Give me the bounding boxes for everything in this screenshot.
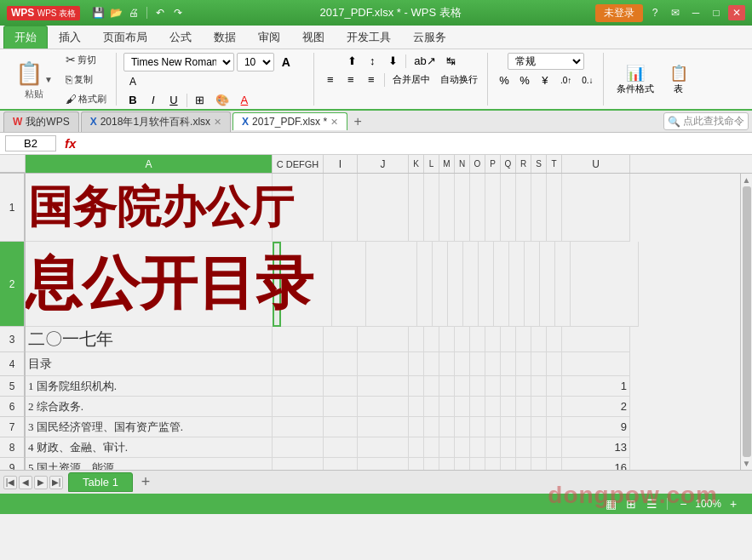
col-header-Q[interactable]: Q [501,155,516,173]
align-top-button[interactable]: ⬆ [342,53,361,69]
cell-P8[interactable] [485,437,501,458]
cell-O7[interactable] [470,417,485,437]
sheet-next-button[interactable]: ▶ [34,476,48,489]
cell-O1[interactable] [470,174,485,242]
command-search[interactable]: 🔍 点此查找命令 [663,112,749,130]
col-header-U[interactable]: U [562,155,630,173]
help-button[interactable]: ? [646,5,663,20]
font-color-button[interactable]: A [235,92,254,108]
font-size-selector[interactable]: 10 [237,53,274,71]
cell-O5[interactable] [470,376,485,397]
cell-J2[interactable] [366,242,417,327]
cell-P7[interactable] [485,417,501,437]
cell-C1[interactable] [273,174,324,242]
cell-J8[interactable] [358,437,409,458]
cell-L7[interactable] [424,417,439,437]
file-tab-jan-close[interactable]: ✕ [214,117,221,128]
cell-U2[interactable] [571,242,639,327]
table-style-button[interactable]: 📋 表 [663,60,694,100]
cell-T8[interactable] [547,437,562,458]
cell-P5[interactable] [485,376,501,397]
cell-C5[interactable] [273,376,324,397]
cell-M8[interactable] [439,437,455,458]
cell-L6[interactable] [424,397,439,417]
cell-L8[interactable] [424,437,439,458]
tab-data[interactable]: 数据 [203,26,247,49]
cell-O3[interactable] [470,327,485,352]
cell-L4[interactable] [424,352,439,376]
percent-button[interactable]: % [495,72,514,89]
cell-M7[interactable] [439,417,455,437]
cell-K1[interactable] [409,174,424,242]
tab-home[interactable]: 开始 [3,26,48,49]
cell-M2[interactable] [448,242,463,327]
row-header-5[interactable]: 5 [0,376,25,397]
cell-N8[interactable] [455,437,470,458]
align-middle-button[interactable]: ↕ [363,53,382,69]
row-header-6[interactable]: 6 [0,397,25,417]
cell-O9[interactable] [470,458,485,470]
cell-T6[interactable] [547,397,562,417]
cell-R6[interactable] [516,397,531,417]
comma-button[interactable]: % [515,72,534,89]
row-header-3[interactable]: 3 [0,327,25,352]
col-header-P[interactable]: P [485,155,501,173]
cell-M9[interactable] [439,458,455,470]
col-header-N[interactable]: N [455,155,470,173]
cell-R7[interactable] [516,417,531,437]
border-button[interactable]: ⊞ [191,92,210,108]
cell-I5[interactable] [324,376,358,397]
sheet-first-button[interactable]: |◀ [3,476,17,489]
format-brush-button[interactable]: 🖌 格式刷 [61,90,111,108]
feedback-button[interactable]: ✉ [667,5,684,20]
cell-L1[interactable] [424,174,439,242]
indent-button[interactable]: ↹ [442,53,461,69]
cell-reference-box[interactable] [5,135,56,151]
cell-N9[interactable] [455,458,470,470]
cell-J4[interactable] [358,352,409,376]
row-header-9[interactable]: 9 [0,458,25,470]
cell-Q9[interactable] [501,458,516,470]
cell-R2[interactable] [525,242,540,327]
cell-M6[interactable] [439,397,455,417]
file-tab-pdf[interactable]: X 2017_PDF.xlsx * ✕ [232,112,347,130]
cell-P1[interactable] [485,174,501,242]
font-name-selector[interactable]: Times New Roman [123,53,234,71]
cell-Q8[interactable] [501,437,516,458]
file-tab-pdf-close[interactable]: ✕ [330,117,338,128]
cell-M5[interactable] [439,376,455,397]
cell-A4[interactable]: 目录 [26,352,273,376]
print-btn[interactable]: 🖨 [126,5,141,20]
cell-T4[interactable] [547,352,562,376]
cell-I8[interactable] [324,437,358,458]
fill-color-button[interactable]: 🎨 [211,92,233,108]
col-header-R[interactable]: R [516,155,531,173]
cell-S4[interactable] [531,352,547,376]
col-header-J[interactable]: J [358,155,409,173]
cell-A1[interactable]: 国务院办公厅 [26,174,273,242]
tab-formula[interactable]: 公式 [158,26,203,49]
cell-U7[interactable]: 9 [562,417,630,437]
minimize-button[interactable]: ─ [687,5,704,20]
bold-button[interactable]: B [123,92,142,108]
cell-O8[interactable] [470,437,485,458]
cell-N5[interactable] [455,376,470,397]
cell-C9[interactable] [273,458,324,470]
wrap-text-button[interactable]: 自动换行 [436,71,482,88]
cell-K8[interactable] [409,437,424,458]
formula-input[interactable] [84,136,747,151]
tab-cloud[interactable]: 云服务 [402,26,457,49]
col-header-S[interactable]: S [531,155,547,173]
cell-K6[interactable] [409,397,424,417]
view-normal-icon[interactable]: ▦ [602,496,619,511]
cell-A3[interactable]: 二〇一七年 [26,327,273,352]
cell-K4[interactable] [409,352,424,376]
cell-R5[interactable] [516,376,531,397]
row-header-4[interactable]: 4 [0,352,25,376]
cell-Q1[interactable] [501,174,516,242]
cell-A2[interactable]: 息公开目录 [26,242,273,327]
cell-K7[interactable] [409,417,424,437]
cell-Q2[interactable] [509,242,525,327]
cell-Q7[interactable] [501,417,516,437]
cell-O4[interactable] [470,352,485,376]
